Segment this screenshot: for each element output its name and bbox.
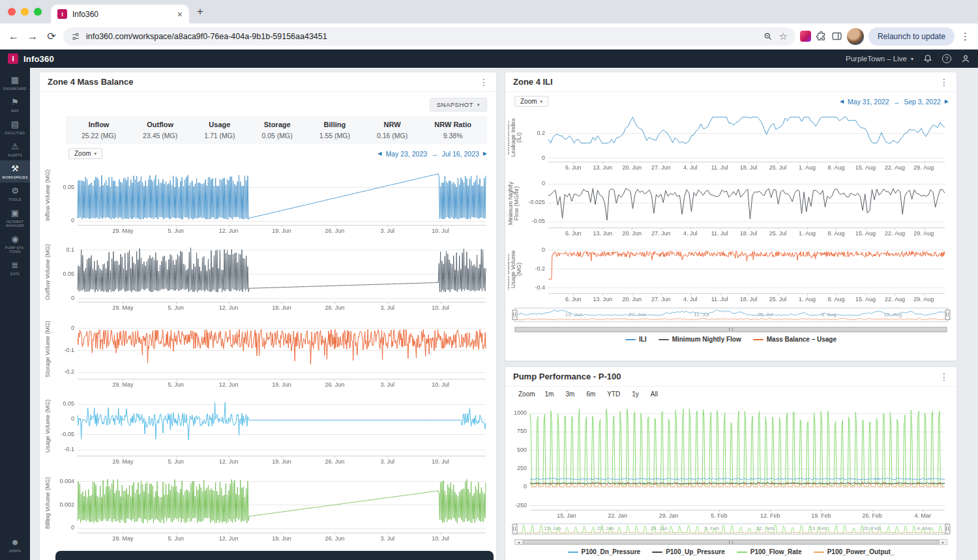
pump-performance-chart[interactable] <box>508 399 954 522</box>
reload-button[interactable]: ⟳ <box>44 30 59 42</box>
pump-navigator[interactable] <box>508 522 954 538</box>
legend-item-ili[interactable]: ILI <box>625 336 647 343</box>
map-icon: ⚑ <box>11 98 19 107</box>
sidebar-item-label: DATA <box>10 272 20 276</box>
scrollbar-track[interactable] <box>523 539 939 545</box>
sidebar-item-pump-stations[interactable]: ◉ PUMP STA-TIONS <box>0 231 30 257</box>
sidebar-item-tools[interactable]: ⚙ TOOLS <box>0 183 30 205</box>
stat-value: 0.16 (MG) <box>377 132 408 140</box>
close-window-button[interactable] <box>8 8 16 16</box>
user-account-icon[interactable] <box>961 54 970 63</box>
profile-avatar[interactable] <box>847 28 864 45</box>
range-button-all[interactable]: All <box>649 390 660 398</box>
browser-menu-icon[interactable]: ⋮ <box>959 31 971 42</box>
usage-volume-chart[interactable] <box>42 391 494 467</box>
site-settings-icon[interactable] <box>71 32 80 41</box>
help-icon[interactable]: ? <box>942 54 951 63</box>
sidebar-item-dashboard[interactable]: ▦ DASHBOARD <box>0 72 30 94</box>
stat-label: Outflow <box>143 121 177 128</box>
relaunch-update-button[interactable]: Relaunch to update <box>868 27 955 46</box>
legend-item-flow-rate[interactable]: P100_Flow_Rate <box>737 548 802 555</box>
ili-chart[interactable] <box>508 108 954 173</box>
bookmark-star-icon[interactable]: ☆ <box>778 31 787 42</box>
ili-navigator[interactable] <box>508 306 954 325</box>
range-next-icon[interactable]: ▶ <box>945 98 949 104</box>
scrollbar-left-arrow[interactable]: ◂ <box>514 539 523 545</box>
tab-close-icon[interactable]: × <box>177 10 183 19</box>
stat-usage: Usage 1.71 (MG) <box>204 121 235 140</box>
sidebar-item-admin[interactable]: ☻ ADMIN <box>0 534 30 556</box>
zoom-dropdown[interactable]: Zoom ▾ <box>514 96 548 107</box>
range-button-ytd[interactable]: YTD <box>605 390 622 398</box>
panel-menu-icon[interactable]: ⋮ <box>479 77 488 87</box>
snapshot-row: SNAPSHOT ▾ <box>40 92 496 115</box>
legend-item-dn-pressure[interactable]: P100_Dn_Pressure <box>568 548 641 555</box>
range-end-date[interactable]: Jul 16, 2023 <box>442 150 479 158</box>
range-start-date[interactable]: May 23, 2023 <box>385 150 427 158</box>
range-end-date[interactable]: Sep 3, 2022 <box>904 98 941 106</box>
ili-scrollbar[interactable] <box>514 327 947 332</box>
billing-volume-chart[interactable] <box>42 468 494 544</box>
back-button[interactable]: ← <box>7 31 21 42</box>
range-prev-icon[interactable]: ◀ <box>840 98 844 104</box>
zoom-indicator-icon[interactable] <box>763 32 773 41</box>
side-panel-icon[interactable] <box>831 31 842 42</box>
sidebar-item-workspaces[interactable]: ⚒ WORKSPACES <box>0 160 30 183</box>
range-button-6m[interactable]: 6m <box>584 390 597 398</box>
bottom-panel-edge[interactable] <box>55 551 494 560</box>
sidebar-item-incident-manager[interactable]: ▣ INCIDENT MANAGER <box>0 205 30 231</box>
panel-title: Pump Performance - P-100 <box>513 372 621 381</box>
range-button-1m[interactable]: 1m <box>543 390 556 398</box>
scrollbar-track[interactable] <box>514 327 947 332</box>
sidebar-item-alerts[interactable]: ⚠ ALERTS <box>0 138 30 160</box>
legend-swatch <box>814 552 824 553</box>
zoom-dropdown[interactable]: Zoom ▾ <box>68 148 102 159</box>
legend-item-mass-balance-usage[interactable]: Mass Balance – Usage <box>753 336 837 343</box>
range-next-icon[interactable]: ▶ <box>483 151 487 156</box>
panel-menu-icon[interactable]: ⋮ <box>940 77 949 87</box>
scrollbar-thumb[interactable] <box>515 327 947 332</box>
app-logo[interactable]: I <box>8 53 18 64</box>
pump-scrollbar[interactable]: ◂ ▸ <box>514 539 947 545</box>
address-bar[interactable]: info360.com/workspace/a8aca9f0-76ea-404a… <box>63 27 795 46</box>
admin-icon: ☻ <box>10 538 20 547</box>
minimize-window-button[interactable] <box>21 8 29 16</box>
legend-item-up-pressure[interactable]: P100_Up_Pressure <box>652 548 725 555</box>
legend-swatch <box>659 339 669 340</box>
facilities-icon: ▤ <box>11 120 19 129</box>
mass-balance-usage-chart[interactable] <box>508 240 954 305</box>
stat-value: 1.55 (MG) <box>319 132 350 140</box>
forward-button[interactable]: → <box>25 31 40 42</box>
panel-menu-icon[interactable]: ⋮ <box>940 372 949 382</box>
inflow-volume-chart[interactable] <box>42 160 494 237</box>
legend-label: P100_Power_Output_ <box>827 548 895 555</box>
legend-item-minimum-nightly-flow[interactable]: Minimum Nightly Flow <box>659 336 741 343</box>
legend-label: ILI <box>639 336 647 343</box>
snapshot-dropdown[interactable]: SNAPSHOT ▾ <box>430 98 487 111</box>
sidebar-item-data[interactable]: ≣ DATA <box>0 257 30 279</box>
maximize-window-button[interactable] <box>34 8 42 16</box>
new-tab-button[interactable]: + <box>197 5 203 18</box>
scrollbar-right-arrow[interactable]: ▸ <box>939 539 947 545</box>
storage-volume-chart[interactable] <box>42 314 494 391</box>
workspace-selector[interactable]: PurpleTown – Live ▾ <box>846 55 913 63</box>
sidebar-item-map[interactable]: ⚑ MAP <box>0 94 30 116</box>
minimum-nightly-flow-chart[interactable] <box>508 174 954 239</box>
range-button-1y[interactable]: 1y <box>630 390 641 398</box>
extension-icon[interactable] <box>800 31 811 42</box>
sidebar-item-label: TOOLS <box>9 198 22 201</box>
outflow-volume-chart[interactable] <box>42 237 494 314</box>
scrollbar-thumb[interactable] <box>524 540 938 544</box>
ili-panel: Zone 4 ILI ⋮ Zoom ▾ ◀ May 31, 2022 → Sep… <box>505 72 957 361</box>
mass-balance-stats: Inflow 25.22 (MG) Outflow 23.45 (MG) Usa… <box>66 116 487 144</box>
url-text[interactable]: info360.com/workspace/a8aca9f0-76ea-404a… <box>86 32 758 41</box>
range-start-date[interactable]: May 31, 2022 <box>848 98 889 106</box>
legend-item-power-output[interactable]: P100_Power_Output_ <box>814 548 895 555</box>
browser-tab[interactable]: I Info360 × <box>51 5 189 23</box>
notifications-bell-icon[interactable] <box>923 54 932 63</box>
range-prev-icon[interactable]: ◀ <box>378 151 381 156</box>
sidebar-item-label: ALERTS <box>8 153 22 157</box>
sidebar-item-facilities[interactable]: ▤ FACILITIES <box>0 116 30 138</box>
range-button-3m[interactable]: 3m <box>563 390 576 398</box>
extensions-menu-icon[interactable] <box>816 31 827 42</box>
